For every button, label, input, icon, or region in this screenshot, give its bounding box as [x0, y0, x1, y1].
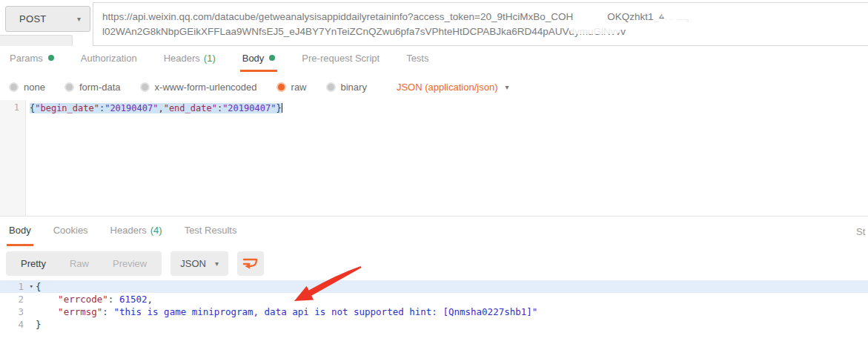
body-mode-raw[interactable]: raw	[276, 82, 307, 93]
tab-tests[interactable]: Tests	[404, 46, 431, 72]
tab-pre-request-script[interactable]: Pre-request Script	[299, 46, 382, 72]
line-number: 1	[0, 100, 25, 113]
http-method-select[interactable]: POST ▾	[5, 6, 90, 32]
mode-label: binary	[341, 82, 367, 93]
tab-label: Tests	[406, 53, 428, 64]
view-mode-group: Pretty Raw Preview	[6, 251, 162, 276]
left-panel-stub	[0, 35, 73, 46]
tab-label: Cookies	[53, 225, 88, 236]
redaction-smudge	[662, 7, 708, 19]
line-number: 3	[0, 305, 28, 318]
tab-body[interactable]: Body	[240, 46, 278, 72]
response-line-errmsg: 3 "errmsg": "this is game miniprogram, d…	[0, 305, 868, 318]
radio-selected-icon	[276, 82, 286, 92]
tab-label: Pre-request Script	[302, 53, 380, 64]
collapse-caret-icon[interactable]: ▾	[30, 280, 33, 293]
redaction-smudge	[652, 19, 763, 29]
green-dot-icon	[48, 55, 54, 61]
response-tab-test-results[interactable]: Test Results	[182, 217, 239, 246]
response-format-select[interactable]: JSON ▾	[170, 251, 228, 276]
response-tab-cookies[interactable]: Cookies	[51, 217, 90, 246]
response-tabs: Body Cookies Headers (4) Test Results	[0, 217, 868, 246]
editor-gutter: 1	[0, 100, 26, 216]
tab-authorization[interactable]: Authorization	[79, 46, 139, 72]
body-mode-none[interactable]: none	[9, 82, 45, 93]
green-dot-icon	[269, 55, 275, 61]
wrap-text-icon	[242, 257, 258, 271]
request-body-code-line[interactable]: {"begin_date":"20190407","end_date":"201…	[30, 102, 868, 114]
content-type-select[interactable]: JSON (application/json) ▾	[397, 82, 509, 93]
http-method-label: POST	[19, 13, 77, 24]
tab-label: Body	[9, 225, 31, 236]
response-line: 4 }	[0, 318, 868, 331]
tab-label: Headers	[164, 53, 200, 64]
request-body-editor[interactable]: 1 {"begin_date":"20190407","end_date":"2…	[0, 100, 868, 216]
redaction-smudge	[569, 22, 621, 34]
redaction-smudge	[775, 9, 868, 22]
tab-label: Body	[242, 53, 265, 64]
tab-count: (1)	[204, 53, 216, 64]
tab-label: Test Results	[185, 225, 237, 236]
radio-icon	[326, 82, 336, 92]
tab-count: (4)	[150, 225, 162, 236]
text-cursor	[282, 103, 282, 113]
line-number: 2	[0, 293, 28, 305]
body-mode-x-www-form-urlencoded[interactable]: x-www-form-urlencoded	[140, 82, 257, 93]
tab-label: Headers	[110, 225, 147, 236]
response-line: 2 "errcode": 61502,	[0, 293, 868, 305]
chevron-down-icon: ▾	[505, 83, 508, 91]
tab-params[interactable]: Params	[7, 46, 56, 72]
view-raw-button[interactable]: Raw	[58, 253, 101, 274]
tab-label: Authorization	[81, 53, 137, 64]
view-pretty-button[interactable]: Pretty	[9, 253, 58, 274]
status-label-truncated: St	[856, 226, 868, 237]
response-tab-body[interactable]: Body	[7, 217, 33, 246]
radio-icon	[140, 82, 150, 92]
mode-label: form-data	[79, 82, 121, 93]
response-tab-headers[interactable]: Headers (4)	[108, 217, 165, 246]
response-toolbar: Pretty Raw Preview JSON ▾	[0, 251, 868, 276]
body-mode-row: none form-data x-www-form-urlencoded raw…	[0, 74, 868, 99]
format-label: JSON	[180, 258, 206, 269]
radio-icon	[64, 82, 74, 92]
response-line: 1▾ {	[0, 280, 868, 293]
mode-label: x-www-form-urlencoded	[155, 82, 257, 93]
request-url-bar: POST ▾ https://api.weixin.qq.com/datacub…	[0, 0, 868, 46]
mode-label: none	[24, 82, 45, 93]
line-number: 4	[0, 318, 28, 331]
response-body-viewer: 1▾ { 2 "errcode": 61502, 3 "errmsg": "th…	[0, 280, 868, 347]
wrap-text-button[interactable]	[237, 251, 264, 276]
request-tabs: Params Authorization Headers (1) Body Pr…	[0, 46, 868, 72]
tab-headers[interactable]: Headers (1)	[162, 46, 218, 72]
view-preview-button[interactable]: Preview	[101, 253, 159, 274]
chevron-down-icon: ▾	[77, 15, 81, 23]
chevron-down-icon: ▾	[215, 260, 219, 268]
radio-icon	[9, 82, 19, 92]
content-type-label: JSON (application/json)	[397, 82, 498, 93]
body-mode-binary[interactable]: binary	[326, 82, 367, 93]
body-mode-form-data[interactable]: form-data	[64, 82, 121, 93]
line-number: 1▾	[0, 280, 28, 293]
mode-label: raw	[291, 82, 307, 93]
tab-label: Params	[10, 53, 43, 64]
